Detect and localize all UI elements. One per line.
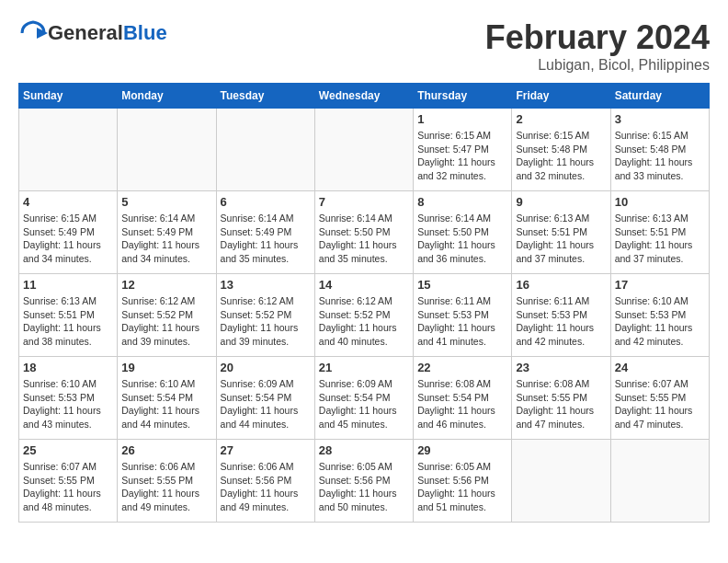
calendar-cell: 15Sunrise: 6:11 AMSunset: 5:53 PMDayligh… <box>414 274 512 357</box>
calendar-week-row: 25Sunrise: 6:07 AMSunset: 5:55 PMDayligh… <box>19 440 710 523</box>
day-number: 20 <box>221 361 311 374</box>
day-number: 15 <box>417 278 507 292</box>
weekday-header: Sunday <box>19 84 118 109</box>
day-info: Sunrise: 6:12 AMSunset: 5:52 PMDaylight:… <box>121 294 211 349</box>
day-number: 13 <box>221 278 311 292</box>
day-info: Sunrise: 6:08 AMSunset: 5:54 PMDaylight:… <box>417 377 507 431</box>
calendar-cell <box>216 109 314 191</box>
calendar-cell: 16Sunrise: 6:11 AMSunset: 5:53 PMDayligh… <box>512 274 610 357</box>
calendar-cell: 21Sunrise: 6:09 AMSunset: 5:54 PMDayligh… <box>314 357 413 440</box>
calendar-cell: 12Sunrise: 6:12 AMSunset: 5:52 PMDayligh… <box>118 274 216 357</box>
calendar-cell: 24Sunrise: 6:07 AMSunset: 5:55 PMDayligh… <box>610 357 709 440</box>
calendar-cell: 10Sunrise: 6:13 AMSunset: 5:51 PMDayligh… <box>610 191 709 274</box>
day-info: Sunrise: 6:12 AMSunset: 5:52 PMDaylight:… <box>319 294 409 349</box>
day-number: 21 <box>319 361 409 374</box>
weekday-header: Wednesday <box>314 84 413 109</box>
day-number: 6 <box>221 195 311 209</box>
day-number: 9 <box>516 195 606 209</box>
day-info: Sunrise: 6:05 AMSunset: 5:56 PMDaylight:… <box>319 460 409 514</box>
calendar-week-row: 1Sunrise: 6:15 AMSunset: 5:47 PMDaylight… <box>19 109 710 191</box>
day-info: Sunrise: 6:06 AMSunset: 5:55 PMDaylight:… <box>121 460 211 514</box>
day-info: Sunrise: 6:14 AMSunset: 5:49 PMDaylight:… <box>121 212 211 266</box>
day-number: 7 <box>319 195 409 209</box>
day-number: 2 <box>516 112 606 126</box>
day-number: 16 <box>516 278 606 292</box>
calendar-cell: 26Sunrise: 6:06 AMSunset: 5:55 PMDayligh… <box>118 440 216 523</box>
day-info: Sunrise: 6:15 AMSunset: 5:47 PMDaylight:… <box>417 129 507 183</box>
day-number: 25 <box>23 443 113 457</box>
weekday-header: Saturday <box>610 84 709 109</box>
calendar-cell: 5Sunrise: 6:14 AMSunset: 5:49 PMDaylight… <box>118 191 216 274</box>
day-info: Sunrise: 6:12 AMSunset: 5:52 PMDaylight:… <box>221 294 311 349</box>
calendar-cell <box>512 440 610 523</box>
page-header: GeneralBlue February 2024 Lubigan, Bicol… <box>18 18 710 74</box>
calendar-cell <box>610 440 709 523</box>
day-number: 28 <box>319 443 409 457</box>
logo: GeneralBlue <box>18 18 167 48</box>
calendar-cell: 11Sunrise: 6:13 AMSunset: 5:51 PMDayligh… <box>19 274 118 357</box>
calendar-cell: 27Sunrise: 6:06 AMSunset: 5:56 PMDayligh… <box>216 440 314 523</box>
month-year: February 2024 <box>485 18 710 57</box>
day-number: 8 <box>417 195 507 209</box>
day-number: 4 <box>23 195 113 209</box>
day-number: 5 <box>121 195 211 209</box>
calendar-cell: 14Sunrise: 6:12 AMSunset: 5:52 PMDayligh… <box>314 274 413 357</box>
day-number: 19 <box>121 361 211 374</box>
calendar-cell: 28Sunrise: 6:05 AMSunset: 5:56 PMDayligh… <box>314 440 413 523</box>
logo-general: General <box>48 21 123 45</box>
day-info: Sunrise: 6:13 AMSunset: 5:51 PMDaylight:… <box>516 212 606 266</box>
day-info: Sunrise: 6:15 AMSunset: 5:48 PMDaylight:… <box>516 129 606 183</box>
calendar-week-row: 18Sunrise: 6:10 AMSunset: 5:53 PMDayligh… <box>19 357 710 440</box>
calendar-cell: 7Sunrise: 6:14 AMSunset: 5:50 PMDaylight… <box>314 191 413 274</box>
day-number: 27 <box>221 443 311 457</box>
calendar-cell: 6Sunrise: 6:14 AMSunset: 5:49 PMDaylight… <box>216 191 314 274</box>
day-number: 22 <box>417 361 507 374</box>
calendar-cell: 29Sunrise: 6:05 AMSunset: 5:56 PMDayligh… <box>414 440 512 523</box>
weekday-header: Tuesday <box>216 84 314 109</box>
calendar-week-row: 11Sunrise: 6:13 AMSunset: 5:51 PMDayligh… <box>19 274 710 357</box>
weekday-header: Monday <box>118 84 216 109</box>
day-number: 26 <box>121 443 211 457</box>
calendar-cell: 3Sunrise: 6:15 AMSunset: 5:48 PMDaylight… <box>610 109 709 191</box>
weekday-header-row: SundayMondayTuesdayWednesdayThursdayFrid… <box>19 84 710 109</box>
day-info: Sunrise: 6:10 AMSunset: 5:53 PMDaylight:… <box>615 294 705 349</box>
calendar-cell: 8Sunrise: 6:14 AMSunset: 5:50 PMDaylight… <box>414 191 512 274</box>
calendar-cell: 18Sunrise: 6:10 AMSunset: 5:53 PMDayligh… <box>19 357 118 440</box>
day-info: Sunrise: 6:14 AMSunset: 5:49 PMDaylight:… <box>221 212 311 266</box>
day-info: Sunrise: 6:07 AMSunset: 5:55 PMDaylight:… <box>23 460 113 514</box>
weekday-header: Friday <box>512 84 610 109</box>
calendar-cell <box>19 109 118 191</box>
logo-icon <box>18 18 48 48</box>
day-number: 11 <box>23 278 113 292</box>
day-info: Sunrise: 6:09 AMSunset: 5:54 PMDaylight:… <box>221 377 311 431</box>
calendar-cell: 19Sunrise: 6:10 AMSunset: 5:54 PMDayligh… <box>118 357 216 440</box>
day-info: Sunrise: 6:11 AMSunset: 5:53 PMDaylight:… <box>417 294 507 349</box>
day-info: Sunrise: 6:14 AMSunset: 5:50 PMDaylight:… <box>417 212 507 266</box>
calendar-cell: 13Sunrise: 6:12 AMSunset: 5:52 PMDayligh… <box>216 274 314 357</box>
calendar-cell: 25Sunrise: 6:07 AMSunset: 5:55 PMDayligh… <box>19 440 118 523</box>
calendar-cell: 4Sunrise: 6:15 AMSunset: 5:49 PMDaylight… <box>19 191 118 274</box>
day-number: 17 <box>615 278 705 292</box>
day-info: Sunrise: 6:15 AMSunset: 5:49 PMDaylight:… <box>23 212 113 266</box>
calendar-cell: 1Sunrise: 6:15 AMSunset: 5:47 PMDaylight… <box>414 109 512 191</box>
day-number: 18 <box>23 361 113 374</box>
day-info: Sunrise: 6:11 AMSunset: 5:53 PMDaylight:… <box>516 294 606 349</box>
day-number: 1 <box>417 112 507 126</box>
day-info: Sunrise: 6:10 AMSunset: 5:53 PMDaylight:… <box>23 377 113 431</box>
day-number: 3 <box>615 112 705 126</box>
day-info: Sunrise: 6:10 AMSunset: 5:54 PMDaylight:… <box>121 377 211 431</box>
day-info: Sunrise: 6:09 AMSunset: 5:54 PMDaylight:… <box>319 377 409 431</box>
day-number: 10 <box>615 195 705 209</box>
day-info: Sunrise: 6:07 AMSunset: 5:55 PMDaylight:… <box>615 377 705 431</box>
calendar-cell <box>314 109 413 191</box>
calendar-cell <box>118 109 216 191</box>
calendar-cell: 9Sunrise: 6:13 AMSunset: 5:51 PMDaylight… <box>512 191 610 274</box>
day-number: 29 <box>417 443 507 457</box>
day-info: Sunrise: 6:06 AMSunset: 5:56 PMDaylight:… <box>221 460 311 514</box>
calendar-cell: 23Sunrise: 6:08 AMSunset: 5:55 PMDayligh… <box>512 357 610 440</box>
weekday-header: Thursday <box>414 84 512 109</box>
calendar-cell: 17Sunrise: 6:10 AMSunset: 5:53 PMDayligh… <box>610 274 709 357</box>
day-info: Sunrise: 6:05 AMSunset: 5:56 PMDaylight:… <box>417 460 507 514</box>
day-info: Sunrise: 6:13 AMSunset: 5:51 PMDaylight:… <box>23 294 113 349</box>
day-info: Sunrise: 6:08 AMSunset: 5:55 PMDaylight:… <box>516 377 606 431</box>
